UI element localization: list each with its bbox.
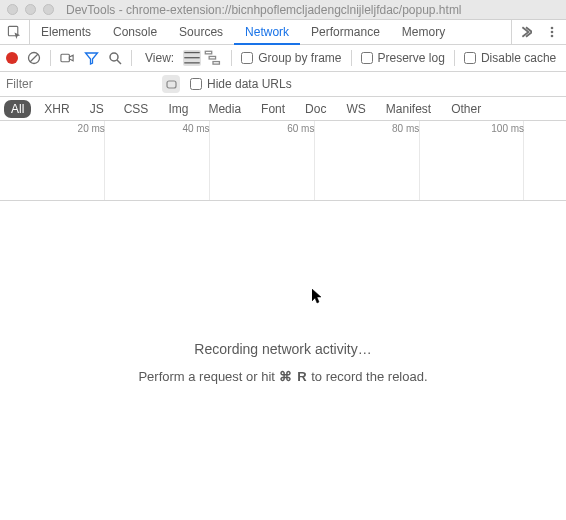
kebab-icon: [546, 26, 558, 38]
clear-button[interactable]: [27, 51, 41, 65]
tab-console[interactable]: Console: [102, 20, 168, 44]
type-filter-media[interactable]: Media: [201, 100, 248, 118]
search-icon: [108, 51, 122, 65]
svg-point-7: [110, 53, 118, 61]
timeline-tick-label: 80 ms: [392, 123, 419, 134]
more-tabs-button[interactable]: [520, 26, 532, 38]
type-filter-other[interactable]: Other: [444, 100, 488, 118]
empty-subtitle: Perform a request or hit ⌘ R to record t…: [0, 369, 566, 384]
empty-state: Recording network activity… Perform a re…: [0, 201, 566, 520]
waterfall-view-button[interactable]: [204, 50, 222, 66]
type-filter-all[interactable]: All: [4, 100, 31, 118]
svg-point-2: [551, 31, 554, 34]
type-filter-font[interactable]: Font: [254, 100, 292, 118]
type-filter-manifest[interactable]: Manifest: [379, 100, 438, 118]
svg-rect-6: [61, 54, 69, 62]
empty-text-pre: Perform a request or hit: [138, 369, 278, 384]
timeline-tick-label: 60 ms: [287, 123, 314, 134]
type-filter-xhr[interactable]: XHR: [37, 100, 76, 118]
chevron-right-icon: [520, 26, 532, 38]
window-traffic-lights: [7, 4, 54, 15]
close-window-icon[interactable]: [7, 4, 18, 15]
request-type-filter: AllXHRJSCSSImgMediaFontDocWSManifestOthe…: [0, 97, 566, 121]
svg-point-1: [551, 27, 554, 30]
type-filter-js[interactable]: JS: [83, 100, 111, 118]
svg-line-8: [117, 60, 121, 64]
separator: [50, 50, 51, 66]
svg-rect-15: [167, 81, 176, 88]
preserve-log-input[interactable]: [361, 52, 373, 64]
view-label: View:: [145, 51, 174, 65]
timeline-tick-label: 20 ms: [78, 123, 105, 134]
timeline-cell: 40 ms: [105, 121, 210, 200]
preserve-log-checkbox[interactable]: Preserve log: [361, 51, 445, 65]
type-filter-doc[interactable]: Doc: [298, 100, 333, 118]
record-button[interactable]: [6, 52, 18, 64]
window-titlebar: DevTools - chrome-extension://bicnhpofle…: [0, 0, 566, 20]
tab-memory[interactable]: Memory: [391, 20, 456, 44]
svg-rect-13: [209, 57, 215, 60]
maximize-window-icon[interactable]: [43, 4, 54, 15]
filter-pill-button[interactable]: [162, 75, 180, 93]
minimize-window-icon[interactable]: [25, 4, 36, 15]
group-by-frame-checkbox[interactable]: Group by frame: [241, 51, 341, 65]
separator: [131, 50, 132, 66]
disable-cache-checkbox[interactable]: Disable cache: [464, 51, 556, 65]
network-toolbar: View: Group by frame Preserve log Disabl…: [0, 45, 566, 72]
group-by-frame-input[interactable]: [241, 52, 253, 64]
filter-icon: [84, 51, 99, 65]
menu-button[interactable]: [546, 26, 558, 38]
type-filter-img[interactable]: Img: [161, 100, 195, 118]
timeline-overview[interactable]: 20 ms40 ms60 ms80 ms100 ms: [0, 121, 566, 201]
disable-cache-label: Disable cache: [481, 51, 556, 65]
timeline-cell: 100 ms: [420, 121, 525, 200]
tab-network[interactable]: Network: [234, 20, 300, 45]
tab-sources[interactable]: Sources: [168, 20, 234, 44]
capture-screenshots-button[interactable]: [60, 51, 75, 65]
timeline-cell: [524, 121, 566, 200]
svg-rect-12: [205, 52, 211, 55]
filter-bar: Hide data URLs: [0, 72, 566, 97]
separator: [351, 50, 352, 66]
tab-performance[interactable]: Performance: [300, 20, 391, 44]
type-filter-css[interactable]: CSS: [117, 100, 156, 118]
type-filter-ws[interactable]: WS: [339, 100, 372, 118]
clear-icon: [27, 51, 41, 65]
group-by-frame-label: Group by frame: [258, 51, 341, 65]
timeline-cell: 60 ms: [210, 121, 315, 200]
list-icon: [183, 50, 201, 65]
filter-input[interactable]: [2, 73, 152, 95]
separator: [231, 50, 232, 66]
devtools-tabs: ElementsConsoleSourcesNetworkPerformance…: [0, 20, 566, 45]
filter-toggle-button[interactable]: [84, 51, 99, 65]
inspect-icon: [7, 25, 22, 40]
hide-data-urls-checkbox[interactable]: Hide data URLs: [190, 77, 292, 91]
timeline-cell: 20 ms: [0, 121, 105, 200]
empty-text-post: to record the reload.: [308, 369, 428, 384]
timeline-cell: 80 ms: [315, 121, 420, 200]
preserve-log-label: Preserve log: [378, 51, 445, 65]
shortcut-hint: ⌘ R: [279, 369, 308, 384]
hide-data-urls-label: Hide data URLs: [207, 77, 292, 91]
cursor-icon: [312, 289, 324, 305]
inspect-element-button[interactable]: [0, 20, 30, 44]
svg-point-3: [551, 35, 554, 38]
timeline-tick-label: 100 ms: [491, 123, 524, 134]
timeline-tick-label: 40 ms: [182, 123, 209, 134]
camera-icon: [60, 51, 75, 65]
large-rows-view-button[interactable]: [183, 50, 201, 66]
svg-line-5: [30, 54, 38, 62]
disable-cache-input[interactable]: [464, 52, 476, 64]
search-button[interactable]: [108, 51, 122, 65]
empty-title: Recording network activity…: [0, 341, 566, 357]
tag-icon: [166, 79, 177, 90]
separator: [454, 50, 455, 66]
window-title: DevTools - chrome-extension://bicnhpofle…: [66, 3, 462, 17]
waterfall-icon: [204, 50, 222, 65]
svg-rect-14: [213, 62, 219, 65]
tab-elements[interactable]: Elements: [30, 20, 102, 44]
hide-data-urls-input[interactable]: [190, 78, 202, 90]
